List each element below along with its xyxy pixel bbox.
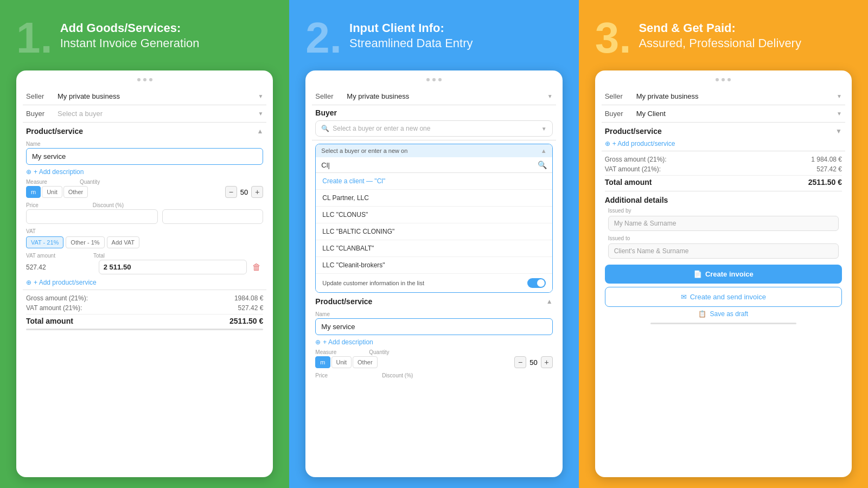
section-toggle-icon[interactable]: ▲ [257,127,263,135]
delete-button[interactable]: 🗑 [250,260,263,274]
name-input-2[interactable]: My service [315,318,552,335]
buyer-row[interactable]: Buyer Select a buyer ▼ [23,105,266,123]
vat-other-button[interactable]: Other - 1% [66,236,104,248]
measure-tab-unit-2[interactable]: Unit [331,356,352,368]
dropdown-box[interactable]: Select a buyer or enter a new on ▲ Cl| 🔍… [315,144,552,293]
dot2 [432,78,436,81]
toggle-switch[interactable] [527,278,546,288]
discount-input[interactable]: 0 [162,209,263,224]
price-input[interactable]: 50.23 [26,209,158,224]
total-row: Total amount 2511.50 € [26,314,263,326]
quantity-control-2[interactable]: − 50 + [514,356,552,368]
product-section-header-2: Product/service ▲ [312,293,556,309]
buyer-label-3: Buyer [605,110,633,118]
step-3-number: 3. [595,16,631,60]
step-1-number: 1. [16,16,53,60]
add-desc-plus-icon-2: ⊕ [315,338,321,346]
add-description-link-2[interactable]: ⊕ + Add description [315,338,552,346]
seller-row[interactable]: Seller My private business ▼ [23,88,266,105]
toggle-knob [537,279,545,287]
vat-amount-box: 527.42 [26,264,95,271]
panel-1-subtitle: Instant Invoice Generation [60,36,200,50]
buyer-row-3[interactable]: Buyer My Client ▼ [602,105,845,123]
seller-row-3[interactable]: Seller My private business ▼ [602,88,845,105]
seller-value-2: My private business [347,92,547,100]
vat-add-button[interactable]: Add VAT [107,236,139,248]
price-label-2: Price [315,373,328,378]
buyer-select-placeholder: Select a buyer or enter a new one [333,125,538,132]
add-desc-plus-icon: ⊕ [26,168,31,176]
qty-plus-button-2[interactable]: + [541,356,553,368]
vat-sum-row: VAT amount (21%): 527.42 € [26,303,263,313]
vat-21-button[interactable]: VAT - 21% [26,236,63,248]
create-send-button[interactable]: ✉ Create and send invoice [605,287,842,307]
buyer-label: Buyer [26,110,54,118]
qty-value-2: 50 [529,358,537,367]
name-field-label-2: Name [315,311,552,317]
save-draft-button[interactable]: 📋 Save as draft [605,310,842,318]
add-product-link-3[interactable]: ⊕ + Add product/service [605,140,842,147]
measure-tab-unit[interactable]: Unit [42,186,62,198]
qty-plus-button[interactable]: + [251,186,263,198]
bottom-bar [26,329,263,330]
measure-tab-other-2[interactable]: Other [353,356,378,368]
phone-mockup-2: Seller My private business ▼ Buyer 🔍 Sel… [305,70,562,477]
issued-to-label: Issued to [608,235,839,241]
vat-field-label: VAT [26,228,263,234]
measure-tab-other[interactable]: Other [63,186,88,198]
section-toggle-icon-2[interactable]: ▲ [546,298,553,305]
phone-mockup-1: Seller My private business ▼ Buyer Selec… [16,70,273,477]
buyer-value-3: My Client [636,110,837,118]
add-product-link[interactable]: ⊕ + Add product/service [26,279,263,286]
panel-2: 2. Input Client Info: Streamlined Data E… [289,0,578,488]
measure-tab-m[interactable]: m [26,186,41,198]
summary-section: Gross amount (21%): 1984.08 € VAT amount… [23,290,266,333]
measure-tab-m-2[interactable]: m [315,356,330,368]
panel-3-header: 3. Send & Get Paid: Assured, Professiona… [595,16,852,60]
product-label: Product/service [26,127,83,136]
seller-row-2[interactable]: Seller My private business ▼ [312,88,556,105]
issued-by-input[interactable] [608,216,839,231]
quantity-control[interactable]: − 50 + [225,186,263,198]
name-input[interactable]: My service [26,148,263,165]
measure-tabs-2: m Unit Other [315,356,377,368]
dot1 [426,78,430,81]
vat-value-3: 527.42 € [816,165,842,173]
buyer-arrow-icon-3: ▼ [837,111,842,117]
draft-icon: 📋 [698,310,706,318]
dropdown-header-text: Select a buyer or enter a new on [321,147,407,154]
dropdown-search-row: Cl| 🔍 [316,157,552,173]
dot3 [438,78,442,81]
vat-label-3: VAT amount (21%): [605,165,661,173]
dropdown-item-2[interactable]: LLC "BALTIC CLONING" [316,223,552,240]
qty-minus-button[interactable]: − [225,186,237,198]
issued-to-input[interactable] [608,243,839,259]
gross-label-3: Gross amount (21%): [605,156,667,163]
buyer-arrow-icon-2: ▼ [541,126,547,132]
total-amount-value: 2511.50 € [229,317,263,325]
discount-label-2: Discount (%) [382,373,413,378]
create-client-item[interactable]: Create a client — "Cl" [316,173,552,190]
buyer-arrow-icon: ▼ [258,111,263,117]
dropdown-item-4[interactable]: LLC "Cleanit-brokers" [316,257,552,274]
bottom-bar-3 [650,323,797,324]
qty-minus-button-2[interactable]: − [514,356,526,368]
panel-2-subtitle: Streamlined Data Entry [349,36,473,50]
gross-row: Gross amount (21%): 1984.08 € [26,293,263,303]
dropdown-item-3[interactable]: LLC "CLANBALT" [316,240,552,257]
create-invoice-button[interactable]: 📄 Create invoice [605,265,842,284]
search-icon-buyer: 🔍 [321,125,329,132]
seller-label: Seller [26,92,54,100]
phone-dots-1 [23,78,266,81]
add-description-link[interactable]: ⊕ + Add description [26,168,263,176]
gross-label: Gross amount (21%): [26,294,88,302]
dropdown-item-1[interactable]: LLC "CLONUS" [316,207,552,223]
buyer-select-row[interactable]: 🔍 Select a buyer or enter a new one ▼ [315,120,552,137]
vat-sum-label: VAT amount (21%): [26,304,82,312]
dot3 [727,78,731,81]
section-toggle-icon-3[interactable]: ▼ [835,127,842,135]
discount-field-label: Discount (%) [93,202,124,208]
dropdown-item-0[interactable]: CL Partner, LLC [316,190,552,207]
panel-1-heading: Add Goods/Services: Instant Invoice Gene… [60,16,200,50]
toggle-label: Update customer information in the list [322,280,424,286]
